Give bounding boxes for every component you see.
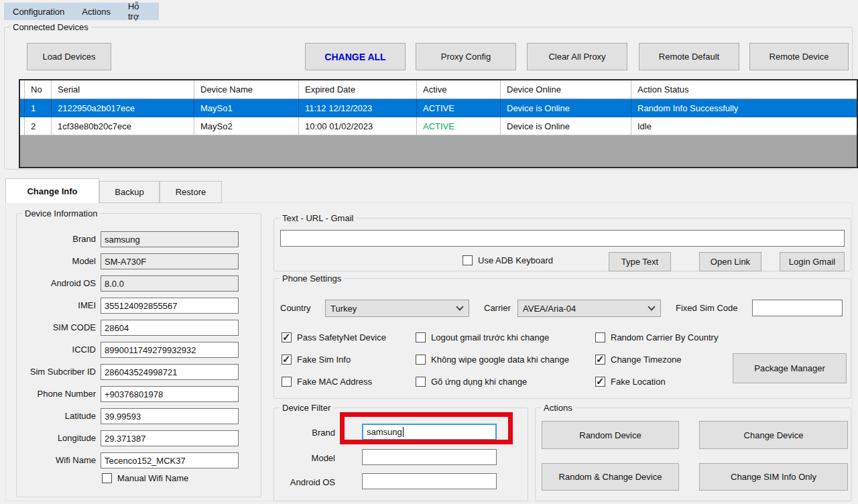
cell-no: 2	[25, 117, 52, 135]
col-header-active[interactable]: Active	[417, 80, 501, 99]
iccid-value: 8990011749279932932	[105, 345, 196, 355]
go-ung-dung-row: Gõ ứng dụng khi change	[416, 377, 527, 387]
filter-model-input[interactable]	[362, 449, 497, 465]
row-header-spacer	[20, 80, 25, 99]
brand-field[interactable]: samsung	[101, 231, 239, 247]
fake-mac-address-row: Fake MAC Address	[282, 377, 372, 387]
connected-devices-group-label: Connected Devices	[10, 22, 91, 32]
manual-wifi-name-checkbox[interactable]	[102, 473, 112, 483]
fake-mac-address-checkbox[interactable]	[282, 377, 292, 387]
cell-device-online: Device is Online	[501, 117, 631, 135]
cell-device-name: MaySo1	[194, 99, 299, 117]
cell-no: 1	[25, 99, 52, 117]
table-row-1-selected[interactable]: 1 2122950a2b017ece MaySo1 11:12 12/12/20…	[20, 99, 857, 117]
fake-location-checkbox[interactable]	[595, 377, 605, 387]
fake-sim-info-label: Fake Sim Info	[297, 355, 351, 365]
remote-device-button[interactable]: Remote Device	[749, 43, 849, 70]
latitude-label: Latitude	[16, 411, 96, 421]
cell-serial: 1cf38e80b20c7ece	[52, 117, 194, 135]
clear-all-proxy-button[interactable]: Clear All Proxy	[527, 43, 627, 70]
logout-gmail-label: Logout gmail trước khi change	[431, 332, 549, 342]
random-carrier-checkbox[interactable]	[595, 332, 605, 342]
package-manager-button[interactable]: Package Manager	[733, 353, 847, 383]
phone-number-field[interactable]: +90376801978	[101, 386, 239, 402]
imei-field[interactable]: 355124092855567	[101, 298, 239, 314]
cell-expired-date: 10:00 01/02/2023	[299, 117, 417, 135]
sim-code-field[interactable]: 28604	[101, 320, 239, 336]
device-information-group-label: Device Information	[22, 208, 100, 218]
change-timezone-row: Change Timezone	[595, 355, 682, 365]
col-header-serial[interactable]: Serial	[52, 80, 194, 99]
khong-wipe-google-checkbox[interactable]	[416, 355, 426, 365]
fixed-sim-code-input[interactable]	[752, 300, 843, 316]
sim-subcriber-id-field[interactable]: 286043524998721	[101, 364, 239, 380]
fake-location-row: Fake Location	[595, 377, 666, 387]
random-device-button[interactable]: Random Device	[542, 421, 679, 449]
text-cursor	[403, 427, 404, 437]
filter-android-os-input[interactable]	[362, 473, 497, 489]
type-text-button[interactable]: Type Text	[609, 252, 671, 271]
menu-ho-tro[interactable]: Hỗ trợ	[119, 3, 159, 20]
wifi-name-field[interactable]: Tecenco152_MCK37	[101, 452, 239, 468]
brand-value: samsung	[105, 235, 140, 245]
carrier-select[interactable]: AVEA/Aria-04	[517, 300, 661, 317]
col-header-device-name[interactable]: Device Name	[194, 80, 299, 99]
load-devices-button[interactable]: Load Devices	[27, 43, 111, 70]
col-header-action-status[interactable]: Action Status	[631, 80, 857, 99]
phone-settings-group-label: Phone Settings	[280, 273, 344, 284]
longitude-field[interactable]: 29.371387	[101, 430, 239, 446]
android-os-field[interactable]: 8.0.0	[101, 275, 239, 292]
login-gmail-button[interactable]: Login Gmail	[780, 252, 845, 271]
wifi-name-value: Tecenco152_MCK37	[105, 456, 186, 466]
brand-label: Brand	[16, 234, 96, 244]
filter-brand-input[interactable]: samsung	[362, 424, 497, 440]
logout-gmail-checkbox[interactable]	[416, 332, 426, 342]
col-header-no[interactable]: No	[25, 80, 52, 99]
chevron-down-icon	[456, 303, 463, 310]
model-field[interactable]: SM-A730F	[101, 253, 239, 269]
tab-backup[interactable]: Backup	[99, 181, 160, 203]
go-ung-dung-checkbox[interactable]	[416, 377, 426, 387]
remote-default-button[interactable]: Remote Default	[639, 43, 739, 70]
device-manager-window: Configuration Actions Hỗ trợ Connected D…	[0, 0, 858, 504]
carrier-selected-value: AVEA/Aria-04	[523, 304, 576, 314]
text-url-gmail-group-label: Text - URL - Gmail	[280, 213, 356, 223]
iccid-label: ICCID	[16, 344, 96, 355]
menu-configuration[interactable]: Configuration	[4, 3, 73, 20]
change-timezone-checkbox[interactable]	[595, 355, 605, 365]
use-adb-keyboard-checkbox[interactable]	[463, 255, 473, 265]
phone-number-label: Phone Number	[16, 389, 96, 399]
logout-gmail-row: Logout gmail trước khi change	[416, 332, 549, 342]
use-adb-keyboard-row: Use ADB Keyboard	[463, 255, 553, 265]
change-device-button[interactable]: Change Device	[699, 421, 848, 449]
use-adb-keyboard-label: Use ADB Keyboard	[478, 255, 553, 265]
country-select[interactable]: Turkey	[325, 300, 469, 317]
iccid-field[interactable]: 8990011749279932932	[101, 342, 239, 358]
fake-sim-info-row: Fake Sim Info	[282, 355, 351, 365]
table-row-2[interactable]: 2 1cf38e80b20c7ece MaySo2 10:00 01/02/20…	[20, 117, 857, 135]
row-header-spacer	[20, 99, 25, 117]
random-carrier-row: Random Carrier By Country	[595, 332, 718, 342]
fake-sim-info-checkbox[interactable]	[282, 355, 292, 365]
text-url-gmail-input[interactable]	[280, 230, 845, 247]
change-sim-info-only-button[interactable]: Change SIM Info Only	[699, 463, 848, 491]
latitude-field[interactable]: 39.99593	[101, 408, 239, 424]
col-header-expired-date[interactable]: Expired Date	[299, 80, 417, 99]
fake-location-label: Fake Location	[611, 377, 666, 387]
random-and-change-device-button[interactable]: Random & Change Device	[542, 463, 679, 491]
open-link-button[interactable]: Open Link	[699, 252, 761, 271]
sim-code-label: SIM CODE	[16, 322, 96, 332]
col-header-device-online[interactable]: Device Online	[501, 80, 631, 99]
change-all-button[interactable]: CHANGE ALL	[305, 43, 406, 70]
manual-wifi-name-row: Manual Wifi Name	[102, 473, 188, 483]
imei-value: 355124092855567	[105, 301, 177, 311]
tab-change-info[interactable]: Change Info	[5, 178, 99, 203]
proxy-config-button[interactable]: Proxy Config	[416, 43, 516, 70]
khong-wipe-google-row: Không wipe google data khi change	[416, 355, 569, 365]
pass-safetynet-checkbox[interactable]	[282, 332, 292, 342]
filter-brand-value: samsung	[367, 427, 402, 437]
tab-restore[interactable]: Restore	[160, 181, 222, 203]
imei-label: IMEI	[16, 300, 96, 310]
actions-group-label: Actions	[541, 403, 575, 413]
menu-actions[interactable]: Actions	[73, 3, 119, 20]
